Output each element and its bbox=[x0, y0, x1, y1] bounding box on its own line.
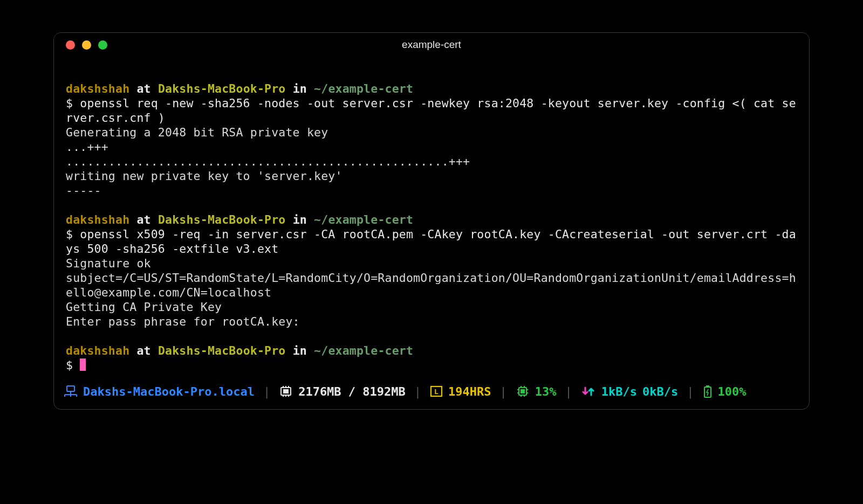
statusbar-divider: | bbox=[414, 385, 421, 398]
clock-icon: L bbox=[430, 385, 443, 397]
window-zoom-button[interactable] bbox=[98, 40, 107, 50]
command-2: $ openssl x509 -req -in server.csr -CA r… bbox=[66, 227, 796, 256]
statusbar-divider: | bbox=[687, 385, 694, 398]
svg-rect-0 bbox=[67, 386, 74, 391]
prompt-user: dakshshah bbox=[66, 82, 129, 95]
memory-icon bbox=[279, 385, 293, 397]
titlebar: example-cert bbox=[54, 33, 809, 57]
output-2: Signature ok subject=/C=US/ST=RandomStat… bbox=[66, 257, 796, 328]
statusbar-divider: | bbox=[263, 385, 270, 398]
command-3: $ bbox=[66, 358, 80, 372]
statusbar-memory: 2176MB / 8192MB bbox=[279, 385, 406, 398]
statusbar-hostname: Dakshs-MacBook-Pro.local bbox=[64, 385, 255, 398]
statusbar-net-down-text: 1kB/s bbox=[601, 385, 637, 398]
prompt-path: ~/example-cert bbox=[314, 82, 413, 95]
prompt-host: Dakshs-MacBook-Pro bbox=[158, 82, 286, 95]
prompt-in: in bbox=[293, 344, 307, 357]
prompt-in: in bbox=[293, 82, 307, 95]
terminal-content[interactable]: dakshshah at Dakshs-MacBook-Pro in ~/exa… bbox=[54, 57, 809, 380]
host-icon bbox=[64, 385, 78, 397]
prompt-host: Dakshs-MacBook-Pro bbox=[158, 344, 286, 357]
statusbar-hours-text: 194HRS bbox=[448, 385, 491, 398]
statusbar-network: 1kB/s 0kB/s bbox=[581, 385, 678, 398]
statusbar-divider: | bbox=[500, 385, 507, 398]
traffic-lights bbox=[66, 40, 107, 50]
prompt-at: at bbox=[136, 213, 150, 226]
cursor bbox=[80, 358, 86, 371]
window-title: example-cert bbox=[54, 39, 809, 51]
output-1: Generating a 2048 bit RSA private key ..… bbox=[66, 126, 470, 197]
statusbar-cpu: 13% bbox=[516, 385, 557, 398]
prompt-user: dakshshah bbox=[66, 213, 129, 226]
statusbar: Dakshs-MacBook-Pro.local | 2176MB / 8192… bbox=[54, 380, 809, 409]
prompt-path: ~/example-cert bbox=[314, 213, 413, 226]
statusbar-divider: | bbox=[565, 385, 572, 398]
svg-rect-27 bbox=[706, 385, 709, 387]
svg-rect-7 bbox=[284, 390, 288, 393]
prompt-user: dakshshah bbox=[66, 344, 129, 357]
network-icon bbox=[581, 385, 596, 397]
command-1: $ openssl req -new -sha256 -nodes -out s… bbox=[66, 96, 796, 125]
svg-text:L: L bbox=[434, 388, 439, 396]
statusbar-hostname-text: Dakshs-MacBook-Pro.local bbox=[83, 385, 255, 398]
cpu-icon bbox=[516, 385, 530, 398]
statusbar-hours: L 194HRS bbox=[430, 385, 491, 398]
prompt-at: at bbox=[136, 82, 150, 95]
battery-icon bbox=[703, 384, 713, 398]
statusbar-cpu-text: 13% bbox=[535, 385, 557, 398]
statusbar-memory-text: 2176MB / 8192MB bbox=[298, 385, 406, 398]
statusbar-net-up-text: 0kB/s bbox=[642, 385, 678, 398]
prompt-path: ~/example-cert bbox=[314, 344, 413, 357]
statusbar-battery: 100% bbox=[703, 384, 746, 398]
terminal-window: example-cert dakshshah at Dakshs-MacBook… bbox=[53, 32, 810, 410]
statusbar-battery-text: 100% bbox=[718, 385, 746, 398]
prompt-in: in bbox=[293, 213, 307, 226]
svg-rect-17 bbox=[521, 390, 524, 393]
window-minimize-button[interactable] bbox=[82, 40, 91, 50]
window-close-button[interactable] bbox=[66, 40, 75, 50]
prompt-at: at bbox=[136, 344, 150, 357]
prompt-host: Dakshs-MacBook-Pro bbox=[158, 213, 286, 226]
